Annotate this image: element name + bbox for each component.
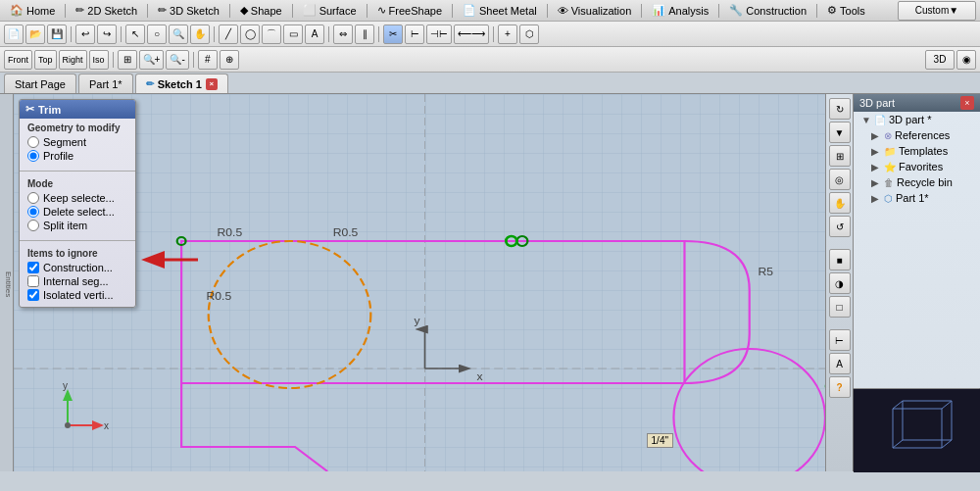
view-zoom-in[interactable]: 🔍+ <box>139 50 165 70</box>
split-option[interactable]: Split item <box>27 220 127 231</box>
zoom-fit-btn[interactable]: ◎ <box>829 169 851 190</box>
snap-toggle[interactable]: ⊕ <box>220 50 239 70</box>
measure-btn[interactable]: ⊢ <box>829 329 851 351</box>
expand-icon-3dpart: ▼ <box>861 115 871 125</box>
save-btn[interactable]: 💾 <box>47 25 67 44</box>
isolated-check[interactable] <box>27 289 39 301</box>
menu-analysis[interactable]: 📊 Analysis <box>646 2 714 19</box>
pan-btn[interactable]: ✋ <box>190 25 210 44</box>
zoom-area-btn[interactable]: ⊞ <box>829 145 851 167</box>
3d-nav-btn[interactable]: ↻ <box>829 98 851 120</box>
view-fit[interactable]: ⊞ <box>118 50 137 70</box>
profile-option[interactable]: Profile <box>27 150 127 162</box>
menu-surface[interactable]: ⬜ Surface <box>297 2 363 19</box>
keep-option[interactable]: Keep selecte... <box>27 192 127 204</box>
view-front[interactable]: Front <box>4 50 32 70</box>
new-btn[interactable]: 📄 <box>4 25 24 44</box>
view-3d-btn[interactable]: 3D <box>925 50 955 70</box>
constraint-btn[interactable]: ∥ <box>355 25 374 44</box>
dim-btn[interactable]: ⇔ <box>333 25 353 44</box>
view-zoom-out[interactable]: 🔍- <box>166 50 188 70</box>
tree-item-part1[interactable]: ▶ ⬡ Part 1* <box>854 190 980 206</box>
isolated-option[interactable]: Isolated verti... <box>27 289 127 301</box>
tab-sketch1-close[interactable]: × <box>206 78 218 90</box>
redo-btn[interactable]: ↪ <box>97 25 117 44</box>
tab-part1[interactable]: Part 1* <box>78 74 133 93</box>
view-right[interactable]: Right <box>59 50 87 70</box>
display-mode-btn[interactable]: ■ <box>829 249 851 270</box>
trim-btn[interactable]: ✂ <box>383 25 403 44</box>
menu-home[interactable]: 🏠 Home <box>4 2 61 19</box>
split-radio[interactable] <box>27 220 39 231</box>
menu-sheetmetal-label: Sheet Metal <box>479 5 537 17</box>
menu-2dsketch[interactable]: ✏ 2D Sketch <box>70 2 143 19</box>
menu-construction[interactable]: 🔧 Construction <box>723 2 812 19</box>
line-btn[interactable]: ╱ <box>219 25 238 44</box>
rotate-view-btn[interactable]: ↺ <box>829 216 851 237</box>
pan-view-btn[interactable]: ✋ <box>829 192 851 214</box>
wireframe-btn[interactable]: □ <box>829 296 851 318</box>
tree-item-favorites[interactable]: ▶ ⭐ Favorites <box>854 159 980 174</box>
menu-shape[interactable]: ◆ Shape <box>234 2 288 19</box>
tab-startpage[interactable]: Start Page <box>4 74 76 93</box>
menu-3dsketch[interactable]: ✏ 3D Sketch <box>152 2 225 19</box>
divider1 <box>20 171 135 172</box>
circle-btn[interactable]: ◯ <box>240 25 260 44</box>
menu-tools[interactable]: ⚙ Tools <box>821 2 871 19</box>
undo-btn[interactable]: ↩ <box>75 25 95 44</box>
plane-btn[interactable]: ⬡ <box>519 25 539 44</box>
render-btn[interactable]: ◉ <box>956 50 976 70</box>
annotation-btn[interactable]: A <box>829 353 851 374</box>
menu-sheetmetal[interactable]: 📄 Sheet Metal <box>457 2 543 19</box>
custom-dropdown[interactable]: Custom ▼ <box>898 1 976 21</box>
internal-check[interactable] <box>27 275 39 287</box>
profile-radio[interactable] <box>27 150 39 162</box>
segment-radio[interactable] <box>27 136 39 148</box>
segment-option[interactable]: Segment <box>27 136 127 148</box>
rect-btn[interactable]: ▭ <box>283 25 303 44</box>
point-btn[interactable]: + <box>498 25 517 44</box>
open-btn[interactable]: 📂 <box>25 25 45 44</box>
menu-freeshape[interactable]: ∿ FreeShape <box>371 2 448 19</box>
separator9 <box>718 4 719 18</box>
select-btn[interactable]: ↖ <box>125 25 145 44</box>
shading-btn[interactable]: ◑ <box>829 272 851 294</box>
tree-item-part1-label: Part 1* <box>896 192 929 204</box>
construction-check[interactable] <box>27 262 39 273</box>
menu-visualization[interactable]: 👁 Visualization <box>552 3 638 19</box>
zoom-btn[interactable]: 🔍 <box>169 25 188 44</box>
keep-radio[interactable] <box>27 192 39 204</box>
internal-option[interactable]: Internal seg... <box>27 275 127 287</box>
sketch-area[interactable]: R0.5 R0.5 R0.5 R5 R0.7 R5 y x ✂ Trim Geo… <box>14 94 825 471</box>
tree-item-templates[interactable]: ▶ 📁 Templates <box>854 143 980 159</box>
tab-sketch1[interactable]: ✏ Sketch 1 × <box>135 74 228 93</box>
tree-item-references[interactable]: ▶ ⊗ References <box>854 127 980 143</box>
divider2 <box>20 240 135 241</box>
tb-sep2 <box>121 26 122 42</box>
tree-item-3dpart[interactable]: ▼ 📄 3D part * <box>854 112 980 127</box>
tb-sep4 <box>328 26 329 42</box>
arc-btn[interactable]: ⌒ <box>262 25 281 44</box>
extend-btn[interactable]: ⊢ <box>405 25 424 44</box>
view-top[interactable]: Top <box>34 50 57 70</box>
rotate-btn[interactable]: ○ <box>147 25 167 44</box>
construction-option[interactable]: Construction... <box>27 262 127 273</box>
mirror-btn[interactable]: ⊣⊢ <box>426 25 452 44</box>
tb2-sep1 <box>113 52 114 68</box>
text-btn[interactable]: A <box>305 25 324 44</box>
sketch-icon: ✏ <box>146 78 154 89</box>
delete-option[interactable]: Delete select... <box>27 206 127 218</box>
offset-btn[interactable]: ⟵⟶ <box>454 25 489 44</box>
part-icon: ⬡ <box>884 193 893 204</box>
tree-item-recyclebin[interactable]: ▶ 🗑 Recycle bin <box>854 174 980 190</box>
tree-item-templates-label: Templates <box>899 145 948 157</box>
tb-sep1 <box>71 26 72 42</box>
help-btn[interactable]: ? <box>829 376 851 398</box>
separator4 <box>292 4 293 18</box>
view-iso[interactable]: Iso <box>89 50 109 70</box>
home-icon: 🏠 <box>10 4 24 17</box>
grid-toggle[interactable]: # <box>198 50 218 70</box>
view-select-btn[interactable]: ▼ <box>829 122 851 143</box>
3d-panel-close[interactable]: × <box>960 96 974 110</box>
delete-radio[interactable] <box>27 206 39 218</box>
